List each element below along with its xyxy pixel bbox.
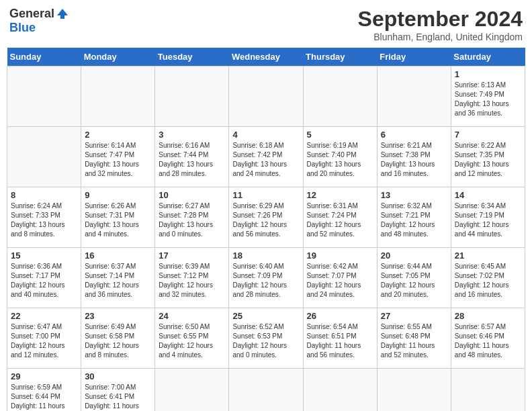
day-number: 6 [381,130,447,140]
day-number: 1 [455,69,521,79]
day-number: 25 [232,311,299,321]
day-info: Sunrise: 6:54 AMSunset: 6:51 PMDaylight:… [307,322,373,360]
day-info: Sunrise: 6:29 AMSunset: 7:26 PMDaylight:… [232,201,299,239]
week-row: 8Sunrise: 6:24 AMSunset: 7:33 PMDaylight… [7,187,525,248]
calendar-day: 13Sunrise: 6:32 AMSunset: 7:21 PMDayligh… [377,187,451,248]
day-of-week-header: Sunday [7,48,81,66]
day-info: Sunrise: 6:22 AMSunset: 7:35 PMDaylight:… [455,141,521,179]
day-number: 9 [85,190,151,200]
day-number: 27 [381,311,447,321]
week-row: 2Sunrise: 6:14 AMSunset: 7:47 PMDaylight… [7,127,525,187]
logo-icon [56,7,69,21]
day-number: 16 [85,250,151,261]
calendar-day: 27Sunrise: 6:55 AMSunset: 6:48 PMDayligh… [377,308,451,369]
calendar-day: 7Sunrise: 6:22 AMSunset: 7:35 PMDaylight… [451,127,525,187]
calendar-day: 21Sunrise: 6:45 AMSunset: 7:02 PMDayligh… [451,248,525,308]
day-number: 24 [159,311,225,321]
day-info: Sunrise: 7:00 AMSunset: 6:41 PMDaylight:… [85,383,151,411]
calendar-day [451,369,525,412]
day-info: Sunrise: 6:34 AMSunset: 7:19 PMDaylight:… [455,201,521,239]
day-info: Sunrise: 6:44 AMSunset: 7:05 PMDaylight:… [381,262,447,300]
day-info: Sunrise: 6:37 AMSunset: 7:14 PMDaylight:… [85,262,151,300]
logo-general-text: General [9,7,54,21]
day-info: Sunrise: 6:19 AMSunset: 7:40 PMDaylight:… [307,141,373,179]
day-number: 5 [307,130,373,140]
day-of-week-header: Monday [81,48,155,66]
calendar-day: 10Sunrise: 6:27 AMSunset: 7:28 PMDayligh… [155,187,229,248]
day-number: 21 [455,250,521,261]
day-number: 30 [85,371,151,381]
day-number: 2 [85,130,151,140]
day-number: 29 [11,371,77,381]
calendar-day: 17Sunrise: 6:39 AMSunset: 7:12 PMDayligh… [155,248,229,308]
calendar-day: 11Sunrise: 6:29 AMSunset: 7:26 PMDayligh… [229,187,303,248]
day-info: Sunrise: 6:52 AMSunset: 6:53 PMDaylight:… [232,322,299,360]
logo-blue-text: Blue [9,21,36,35]
day-number: 19 [307,250,373,261]
calendar-day: 28Sunrise: 6:57 AMSunset: 6:46 PMDayligh… [451,308,525,369]
empty-day [7,127,81,187]
day-info: Sunrise: 6:24 AMSunset: 7:33 PMDaylight:… [11,201,77,239]
day-number: 4 [232,130,299,140]
title-section: September 2024 Blunham, England, United … [358,7,523,42]
day-info: Sunrise: 6:49 AMSunset: 6:58 PMDaylight:… [85,322,151,360]
day-of-week-header: Saturday [451,48,525,66]
calendar-day: 25Sunrise: 6:52 AMSunset: 6:53 PMDayligh… [229,308,303,369]
day-info: Sunrise: 6:40 AMSunset: 7:09 PMDaylight:… [232,262,299,300]
day-info: Sunrise: 6:42 AMSunset: 7:07 PMDaylight:… [307,262,373,300]
calendar-table: SundayMondayTuesdayWednesdayThursdayFrid… [7,48,525,411]
day-info: Sunrise: 6:50 AMSunset: 6:55 PMDaylight:… [159,322,225,360]
day-of-week-header: Friday [377,48,451,66]
week-row: 29Sunrise: 6:59 AMSunset: 6:44 PMDayligh… [7,369,525,412]
day-number: 12 [307,190,373,200]
calendar-day: 18Sunrise: 6:40 AMSunset: 7:09 PMDayligh… [229,248,303,308]
calendar-day: 6Sunrise: 6:21 AMSunset: 7:38 PMDaylight… [377,127,451,187]
calendar-day: 15Sunrise: 6:36 AMSunset: 7:17 PMDayligh… [7,248,81,308]
days-of-week-row: SundayMondayTuesdayWednesdayThursdayFrid… [7,48,525,66]
day-info: Sunrise: 6:27 AMSunset: 7:28 PMDaylight:… [159,201,225,239]
day-info: Sunrise: 6:18 AMSunset: 7:42 PMDaylight:… [232,141,299,179]
day-info: Sunrise: 6:26 AMSunset: 7:31 PMDaylight:… [85,201,151,239]
day-info: Sunrise: 6:14 AMSunset: 7:47 PMDaylight:… [85,141,151,179]
calendar-day: 19Sunrise: 6:42 AMSunset: 7:07 PMDayligh… [303,248,377,308]
week-row: 22Sunrise: 6:47 AMSunset: 7:00 PMDayligh… [7,308,525,369]
calendar-day: 1Sunrise: 6:13 AMSunset: 7:49 PMDaylight… [451,66,525,127]
calendar-day: 3Sunrise: 6:16 AMSunset: 7:44 PMDaylight… [155,127,229,187]
day-number: 14 [455,190,521,200]
day-number: 11 [232,190,299,200]
day-of-week-header: Tuesday [155,48,229,66]
day-number: 23 [85,311,151,321]
day-number: 3 [159,130,225,140]
day-number: 7 [455,130,521,140]
empty-day [7,66,81,127]
day-info: Sunrise: 6:31 AMSunset: 7:24 PMDaylight:… [307,201,373,239]
calendar-day: 12Sunrise: 6:31 AMSunset: 7:24 PMDayligh… [303,187,377,248]
calendar-day: 4Sunrise: 6:18 AMSunset: 7:42 PMDaylight… [229,127,303,187]
empty-day [155,66,229,127]
empty-day [229,66,303,127]
week-row: 1Sunrise: 6:13 AMSunset: 7:49 PMDaylight… [7,66,525,127]
calendar-day: 22Sunrise: 6:47 AMSunset: 7:00 PMDayligh… [7,308,81,369]
day-of-week-header: Thursday [303,48,377,66]
month-title: September 2024 [358,7,523,32]
calendar-day: 2Sunrise: 6:14 AMSunset: 7:47 PMDaylight… [81,127,155,187]
calendar-day: 23Sunrise: 6:49 AMSunset: 6:58 PMDayligh… [81,308,155,369]
calendar-day: 5Sunrise: 6:19 AMSunset: 7:40 PMDaylight… [303,127,377,187]
calendar-day: 26Sunrise: 6:54 AMSunset: 6:51 PMDayligh… [303,308,377,369]
empty-day [303,66,377,127]
day-info: Sunrise: 6:57 AMSunset: 6:46 PMDaylight:… [455,322,521,360]
day-info: Sunrise: 6:16 AMSunset: 7:44 PMDaylight:… [159,141,225,179]
empty-day [377,66,451,127]
day-number: 10 [159,190,225,200]
calendar-day: 16Sunrise: 6:37 AMSunset: 7:14 PMDayligh… [81,248,155,308]
svg-rect-1 [60,15,64,19]
day-info: Sunrise: 6:39 AMSunset: 7:12 PMDaylight:… [159,262,225,300]
day-info: Sunrise: 6:59 AMSunset: 6:44 PMDaylight:… [11,383,77,411]
svg-marker-0 [57,9,68,15]
day-info: Sunrise: 6:13 AMSunset: 7:49 PMDaylight:… [455,81,521,118]
calendar-day [229,369,303,412]
location-text: Blunham, England, United Kingdom [358,32,523,42]
calendar-day: 30Sunrise: 7:00 AMSunset: 6:41 PMDayligh… [81,369,155,412]
day-info: Sunrise: 6:45 AMSunset: 7:02 PMDaylight:… [455,262,521,300]
day-number: 17 [159,250,225,261]
